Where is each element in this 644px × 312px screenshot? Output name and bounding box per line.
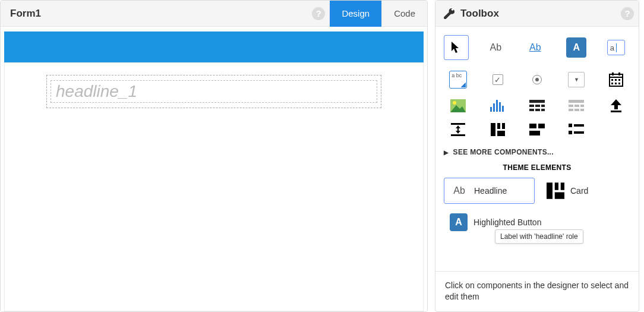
svg-rect-4 (611, 79, 613, 81)
headline-dropzone[interactable]: headline_1 (46, 75, 381, 108)
theme-headline[interactable]: Ab Headline (444, 178, 535, 204)
toolbox-header: Toolbox ? (435, 1, 639, 27)
svg-rect-7 (611, 83, 613, 84)
headline-placeholder[interactable]: headline_1 (50, 80, 377, 103)
svg-rect-18 (529, 100, 545, 103)
image-icon[interactable] (450, 99, 466, 112)
designer-header: Form1 ? Design Code (1, 1, 427, 27)
svg-rect-43 (529, 131, 540, 135)
help-icon[interactable]: ? (621, 7, 634, 20)
datagrid-icon[interactable] (529, 100, 545, 112)
svg-rect-45 (574, 124, 584, 127)
svg-rect-19 (529, 105, 534, 107)
svg-rect-46 (569, 131, 572, 134)
svg-rect-27 (574, 105, 579, 107)
label-icon: Ab (450, 182, 468, 200)
svg-rect-34 (451, 123, 465, 125)
toolbox-footer: Click on components in the designer to s… (435, 271, 639, 311)
linear-panel-icon[interactable] (569, 124, 584, 135)
spacer-icon[interactable] (451, 123, 465, 136)
chart-icon[interactable] (490, 100, 506, 112)
toolbox-title: Toolbox (458, 8, 621, 20)
svg-rect-49 (555, 182, 558, 190)
upload-icon[interactable] (610, 99, 623, 112)
svg-rect-35 (451, 134, 465, 136)
toolbox-grid: Ab Ab A a a bc ✓ ▼ (444, 35, 630, 136)
svg-rect-42 (538, 124, 545, 128)
flow-panel-icon[interactable] (529, 124, 545, 135)
svg-rect-31 (580, 109, 584, 111)
theme-elements-title: THEME ELEMENTS (444, 163, 630, 178)
svg-rect-26 (569, 105, 573, 107)
svg-rect-23 (535, 109, 540, 111)
pointer-icon (451, 41, 462, 54)
svg-rect-22 (529, 109, 534, 111)
svg-rect-40 (497, 131, 505, 136)
form-body[interactable]: headline_1 (4, 62, 424, 311)
svg-point-11 (453, 101, 456, 105)
wrench-icon (444, 8, 454, 19)
svg-rect-3 (618, 73, 620, 75)
svg-rect-37 (491, 123, 495, 136)
tool-radio[interactable] (532, 75, 542, 84)
svg-rect-50 (561, 182, 564, 190)
tool-button[interactable]: A (566, 37, 586, 58)
toolbox-panel: Toolbox ? Ab Ab A a a bc ✓ ▼ (435, 0, 639, 312)
svg-rect-15 (496, 100, 498, 112)
svg-rect-28 (580, 105, 584, 107)
svg-rect-25 (569, 100, 584, 103)
tool-textbox[interactable]: a (607, 40, 625, 55)
svg-rect-5 (615, 79, 617, 81)
svg-rect-6 (618, 79, 620, 81)
svg-rect-17 (502, 106, 504, 112)
tooltip: Label with 'headline' role (495, 229, 583, 244)
button-icon: A (450, 213, 468, 231)
svg-rect-24 (541, 109, 545, 111)
svg-rect-8 (615, 83, 617, 84)
svg-rect-44 (569, 124, 572, 127)
form-title: Form1 (1, 8, 312, 20)
svg-rect-2 (612, 73, 614, 75)
tab-design[interactable]: Design (330, 1, 381, 27)
calendar-icon[interactable] (609, 73, 623, 87)
svg-rect-47 (574, 131, 584, 134)
svg-rect-39 (502, 123, 505, 129)
tool-link[interactable]: Ab (523, 35, 548, 60)
theme-card[interactable]: Card (541, 178, 630, 204)
svg-rect-30 (574, 109, 579, 111)
svg-marker-36 (456, 125, 460, 134)
svg-rect-51 (555, 193, 564, 199)
see-more-components[interactable]: ▶ SEE MORE COMPONENTS... (444, 146, 630, 163)
design-canvas[interactable]: headline_1 (1, 27, 427, 311)
svg-rect-20 (535, 105, 540, 107)
svg-rect-48 (547, 182, 553, 199)
svg-rect-16 (499, 102, 501, 112)
svg-rect-29 (569, 109, 573, 111)
designer-panel: Form1 ? Design Code headline_1 (0, 0, 428, 312)
column-panel-icon[interactable] (491, 123, 505, 136)
card-icon (547, 182, 564, 200)
tool-checkbox[interactable]: ✓ (493, 74, 503, 85)
svg-rect-41 (529, 124, 536, 128)
tool-textarea[interactable]: a bc (449, 71, 467, 89)
svg-rect-33 (611, 111, 621, 112)
tool-label[interactable]: Ab (483, 35, 508, 60)
tab-code[interactable]: Code (381, 1, 427, 27)
form-header-bar[interactable] (4, 31, 424, 62)
svg-rect-14 (493, 103, 495, 112)
help-icon[interactable]: ? (312, 7, 325, 20)
svg-rect-38 (497, 123, 500, 129)
svg-marker-32 (611, 99, 621, 109)
svg-rect-9 (618, 83, 620, 84)
svg-rect-21 (541, 105, 545, 107)
tool-pointer[interactable] (444, 35, 469, 60)
tool-dropdown[interactable]: ▼ (568, 72, 585, 87)
svg-rect-13 (490, 107, 492, 112)
repeating-panel-icon[interactable] (569, 100, 584, 112)
